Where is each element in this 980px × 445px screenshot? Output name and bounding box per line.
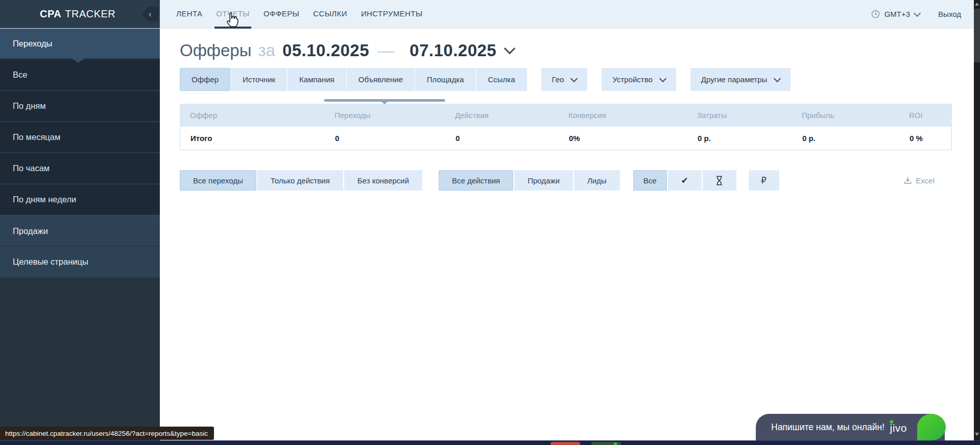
column-header-profit[interactable]: Прибыль [792, 111, 899, 120]
column-header-offer[interactable]: Оффер [180, 111, 324, 120]
filter-sales[interactable]: Продажи [514, 170, 573, 191]
dimension-tabs-row: Оффер Источник Кампания Объявление Площа… [180, 68, 791, 91]
top-bar: CPA TRACKER ‹ ЛЕНТА ОТЧЕТЫ ОФФЕРЫ ССЫЛКИ… [0, 0, 974, 29]
chat-message: Напишите нам, мы онлайн! [771, 422, 885, 433]
filter-currency-rub[interactable]: ₽ [749, 170, 779, 191]
total-conversion: 0% [559, 134, 687, 143]
export-excel-link[interactable]: Excel [904, 170, 935, 191]
dropdown-geo[interactable]: Гео [541, 68, 588, 91]
total-costs: 0 р. [687, 134, 792, 143]
taskbar-icon-red-peek [551, 442, 580, 445]
sidebar-item-perehody[interactable]: Переходы [0, 29, 160, 60]
column-header-conversion[interactable]: Конверсия [558, 111, 687, 120]
jivo-logo: jivo [890, 422, 907, 434]
filter-status-all[interactable]: Все [633, 170, 667, 191]
nav-item-tools[interactable]: ИНСТРУМЕНТЫ [361, 0, 423, 29]
date-from[interactable]: 05.10.2025 [282, 41, 369, 60]
column-header-actions[interactable]: Действия [445, 111, 558, 120]
date-separator: — [377, 41, 394, 60]
status-filter-group: Все ✔ [633, 170, 736, 191]
sort-indicator-arrow-icon [381, 102, 388, 104]
dropdown-device[interactable]: Устройство [602, 68, 676, 91]
total-clicks: 0 [325, 134, 445, 143]
chevron-down-icon [914, 9, 921, 16]
total-profit: 0 р. [792, 134, 899, 143]
sidebar-item-label: Переходы [13, 39, 52, 49]
date-range-chevron-icon[interactable] [504, 43, 516, 55]
tab-platform[interactable]: Площадка [415, 68, 476, 91]
sidebar-item-po-dnyam[interactable]: По дням [0, 91, 160, 122]
logo-text-bold: CPA [40, 8, 61, 20]
dimension-tab-group: Оффер Источник Кампания Объявление Площа… [180, 68, 527, 91]
status-url-text: https://cabinet.cpatracker.ru/users/4825… [5, 430, 208, 437]
report-title-row: Офферы за 05.10.2025 — 07.10.2025 [180, 41, 514, 60]
dropdown-label: Устройство [612, 75, 652, 84]
scrollbar-thumb[interactable] [974, 9, 980, 62]
filter-all-clicks[interactable]: Все переходы [180, 170, 256, 191]
taskbar-icon-green-peek [591, 442, 621, 445]
title-preposition: за [258, 41, 275, 60]
taskbar-edge-strip [0, 440, 980, 445]
topbar-right: GMT+3 Выход [871, 0, 974, 28]
excel-label: Excel [916, 176, 935, 185]
tab-offer[interactable]: Оффер [180, 68, 231, 91]
chevron-down-icon [774, 75, 781, 82]
filter-status-approved[interactable]: ✔ [668, 170, 702, 191]
browser-status-url: https://cabinet.cpatracker.ru/users/4825… [0, 427, 214, 440]
check-icon: ✔ [681, 175, 688, 186]
logout-link[interactable]: Выход [938, 10, 961, 18]
tab-source[interactable]: Источник [231, 68, 288, 91]
app-logo: CPA TRACKER ‹ [0, 0, 160, 28]
sidebar-item-label: По месяцам [13, 132, 60, 142]
scrollbar-down-arrow-icon[interactable] [975, 433, 979, 436]
active-item-notch [72, 58, 84, 63]
dropdown-label: Другие параметры [701, 75, 768, 84]
sidebar-item-label: Все [13, 70, 27, 80]
filter-only-actions[interactable]: Только действия [257, 170, 343, 191]
sidebar-item-po-mesyacam[interactable]: По месяцам [0, 122, 160, 153]
nav-item-reports[interactable]: ОТЧЕТЫ [216, 0, 250, 29]
sidebar-item-prodazhi[interactable]: Продажи [0, 216, 160, 247]
sidebar-item-po-chasam[interactable]: По часам [0, 153, 160, 184]
vertical-scrollbar[interactable] [974, 0, 980, 440]
page-title: Офферы [180, 41, 251, 60]
traffic-filter-group: Все переходы Только действия Без конверс… [180, 170, 422, 191]
timezone-label: GMT+3 [885, 10, 910, 18]
date-to[interactable]: 07.10.2025 [410, 41, 496, 60]
tab-link[interactable]: Ссылка [476, 68, 527, 91]
report-table: Оффер Переходы Действия Конверсия Затрат… [180, 104, 952, 150]
filter-status-pending[interactable] [703, 170, 736, 191]
sidebar-item-celevye-stranicy[interactable]: Целевые страницы [0, 247, 160, 278]
nav-item-offers[interactable]: ОФФЕРЫ [264, 0, 299, 29]
sidebar-item-label: Целевые страницы [13, 257, 88, 267]
sidebar-item-po-dnyam-nedeli[interactable]: По дням недели [0, 184, 160, 216]
download-icon [904, 176, 912, 184]
timezone-selector[interactable]: GMT+3 [871, 10, 920, 18]
chat-widget[interactable]: Напишите нам, мы онлайн! jivo [756, 414, 945, 440]
tab-ad[interactable]: Объявление [347, 68, 415, 91]
column-header-costs[interactable]: Затраты [687, 111, 792, 120]
dropdown-other-params[interactable]: Другие параметры [690, 68, 791, 91]
total-label: Итого [180, 134, 325, 143]
sidebar-item-vse[interactable]: Все [0, 60, 160, 91]
dropdown-label: Гео [552, 75, 564, 84]
chevron-down-icon [659, 75, 666, 82]
total-actions: 0 [445, 134, 559, 143]
filter-leads[interactable]: Лиды [574, 170, 620, 191]
nav-item-links[interactable]: ССЫЛКИ [313, 0, 347, 29]
actions-filter-group: Все действия Продажи Лиды [439, 170, 620, 191]
scrollbar-up-arrow-icon[interactable] [975, 3, 979, 6]
filter-all-actions[interactable]: Все действия [439, 170, 513, 191]
table-total-row: Итого 0 0 0% 0 р. 0 р. 0 % [180, 127, 952, 150]
chevron-left-icon: ‹ [149, 9, 152, 19]
logo-text-rest: TRACKER [65, 8, 115, 20]
sidebar: Переходы Все По дням По месяцам По часам… [0, 29, 160, 440]
sidebar-collapse-button[interactable]: ‹ [142, 7, 158, 21]
clock-icon [871, 10, 880, 18]
chevron-down-icon [570, 75, 578, 82]
column-header-roi[interactable]: ROI [899, 111, 951, 120]
filter-no-conversions[interactable]: Без конверсий [344, 170, 422, 191]
column-header-clicks[interactable]: Переходы [324, 111, 445, 120]
tab-campaign[interactable]: Кампания [288, 68, 347, 91]
nav-item-lenta[interactable]: ЛЕНТА [176, 0, 202, 29]
